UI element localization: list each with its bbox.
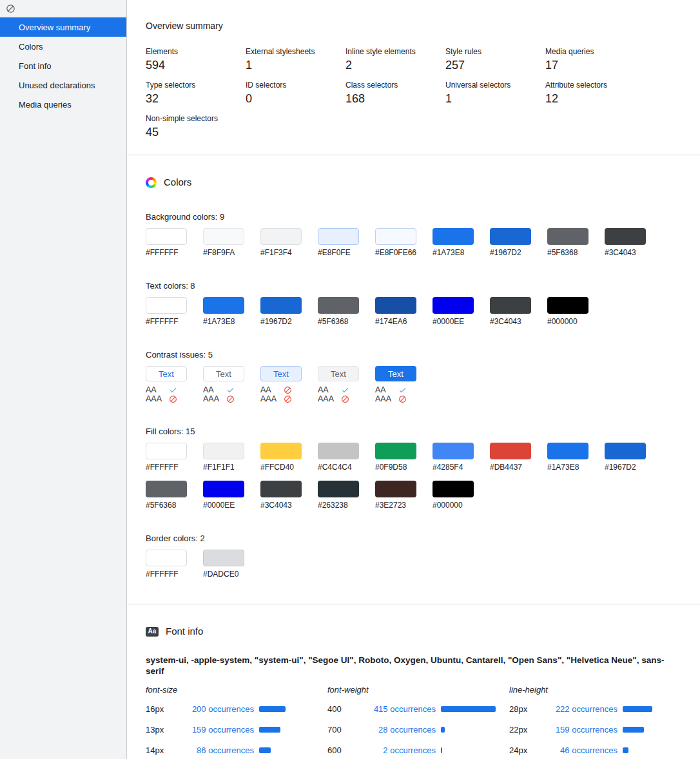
color-swatch-cell: #FFCD40 (260, 443, 302, 472)
color-swatch[interactable] (547, 297, 588, 314)
font-info-title: Font info (166, 625, 203, 638)
color-swatch[interactable] (375, 228, 416, 245)
contrast-level-label: AAA (203, 394, 226, 403)
contrast-issue-cell: TextAAAAA (260, 366, 302, 403)
contrast-results: AAAAA (203, 385, 244, 403)
color-swatch[interactable] (375, 443, 416, 459)
contrast-aa-row: AA (318, 385, 359, 394)
color-swatch-cell: #DB4437 (490, 443, 531, 472)
color-swatch[interactable] (433, 481, 474, 497)
color-swatch[interactable] (490, 228, 531, 245)
color-swatch[interactable] (203, 297, 244, 314)
sidebar-item-unused-declarations[interactable]: Unused declarations (0, 75, 126, 95)
metric-value: 22px (509, 725, 549, 735)
color-swatch[interactable] (146, 228, 187, 245)
color-swatch-cell: #3E2723 (375, 481, 416, 510)
color-swatch[interactable] (433, 228, 474, 245)
color-swatch[interactable] (375, 481, 416, 497)
sidebar-item-media-queries[interactable]: Media queries (0, 95, 126, 114)
contrast-aa-row: AA (203, 385, 244, 394)
occurrences-link[interactable]: 159 occurrences (186, 725, 254, 735)
color-swatch-cell: #FFFFFF (146, 228, 187, 258)
color-swatch[interactable] (490, 297, 531, 314)
occurrences-link[interactable]: 159 occurrences (549, 725, 617, 735)
color-swatch[interactable] (318, 443, 359, 459)
color-hex-label: #3C4043 (260, 501, 302, 510)
occurrences-link[interactable]: 46 occurrences (549, 745, 617, 755)
color-swatch[interactable] (318, 481, 359, 497)
occurrences-link[interactable]: 2 occurrences (367, 745, 436, 755)
stat-value: 45 (146, 126, 246, 139)
occurrences-bar-wrap (617, 747, 691, 753)
sidebar-item-font-info[interactable]: Font info (0, 56, 126, 75)
color-swatch[interactable] (490, 443, 531, 459)
contrast-sample-swatch[interactable]: Text (260, 366, 302, 381)
color-swatch[interactable] (375, 297, 416, 314)
clear-overview-icon[interactable] (6, 4, 15, 14)
contrast-sample-text: Text (331, 369, 346, 379)
color-swatch[interactable] (146, 481, 187, 497)
occurrences-link[interactable]: 222 occurrences (549, 704, 617, 714)
color-swatch[interactable] (146, 297, 187, 314)
text-colors-group: Text colors: 8 #FFFFFF#1A73E8#1967D2#5F6… (146, 281, 681, 327)
occurrences-link[interactable]: 415 occurrences (367, 704, 436, 714)
color-swatch[interactable] (318, 228, 359, 245)
contrast-sample-swatch[interactable]: Text (146, 366, 187, 381)
color-swatch[interactable] (203, 481, 244, 497)
color-hex-label: #FFFFFF (146, 317, 187, 327)
metric-row: 14px86 occurrences (146, 744, 327, 756)
color-swatch-cell: #5F6368 (547, 228, 588, 258)
contrast-sample-swatch[interactable]: Text (375, 366, 416, 381)
stat-value: 32 (146, 92, 246, 106)
stats-grid: Elements594External stylesheets1Inline s… (146, 47, 681, 139)
color-swatch[interactable] (203, 550, 244, 566)
contrast-aaa-row: AAA (203, 394, 244, 403)
contrast-sample-swatch[interactable]: Text (318, 366, 359, 381)
color-swatch[interactable] (146, 550, 187, 566)
overview-title: Overview summary (146, 21, 681, 32)
colors-heading: Colors (146, 176, 681, 189)
contrast-issues-label: Contrast issues: 5 (146, 350, 681, 360)
color-swatch-cell: #E8F0FE66 (375, 228, 416, 258)
background-colors-group: Background colors: 9 #FFFFFF#F8F9FA#F1F3… (146, 212, 681, 258)
contrast-issue-cell: TextAAAAA (375, 366, 416, 403)
occurrences-link[interactable]: 28 occurrences (367, 725, 436, 735)
color-swatch-cell: #1967D2 (605, 443, 646, 472)
color-hex-label: #000000 (433, 501, 474, 510)
color-swatch[interactable] (146, 443, 187, 459)
color-hex-label: #1A73E8 (433, 248, 474, 258)
metric-value: 600 (327, 745, 367, 755)
contrast-sample-text: Text (273, 369, 289, 379)
color-swatch[interactable] (605, 443, 646, 459)
color-swatch[interactable] (260, 297, 302, 314)
sidebar-item-colors[interactable]: Colors (0, 37, 126, 56)
color-swatch-cell: #1A73E8 (433, 228, 474, 258)
color-swatch[interactable] (203, 228, 244, 245)
color-swatch[interactable] (260, 481, 302, 497)
stat-label: Attribute selectors (545, 81, 645, 90)
color-swatch[interactable] (318, 297, 359, 314)
contrast-sample-swatch[interactable]: Text (203, 366, 244, 381)
sidebar-item-overview-summary[interactable]: Overview summary (0, 17, 126, 37)
color-swatch[interactable] (260, 228, 302, 245)
color-swatch[interactable] (433, 443, 474, 459)
color-swatch[interactable] (203, 443, 244, 459)
color-swatch[interactable] (605, 228, 646, 245)
metric-property-label: font-size (146, 684, 327, 695)
occurrences-link[interactable]: 200 occurrences (186, 704, 254, 714)
metric-property-label: font-weight (327, 684, 509, 695)
block-icon (226, 395, 235, 403)
metric-row: 22px159 occurrences (509, 723, 691, 736)
block-icon (284, 386, 292, 394)
occurrences-link[interactable]: 86 occurrences (186, 745, 254, 755)
stat-label: Media queries (545, 47, 645, 56)
contrast-level-label: AAA (375, 394, 398, 403)
font-info-heading: Aa Font info (146, 625, 681, 638)
color-swatch[interactable] (547, 228, 588, 245)
color-swatch[interactable] (260, 443, 302, 459)
color-swatch[interactable] (547, 443, 588, 459)
contrast-sample-text: Text (216, 369, 231, 379)
color-swatch[interactable] (433, 297, 474, 314)
color-swatch-cell: #1967D2 (490, 228, 531, 258)
stat-label: Inline style elements (345, 47, 445, 56)
